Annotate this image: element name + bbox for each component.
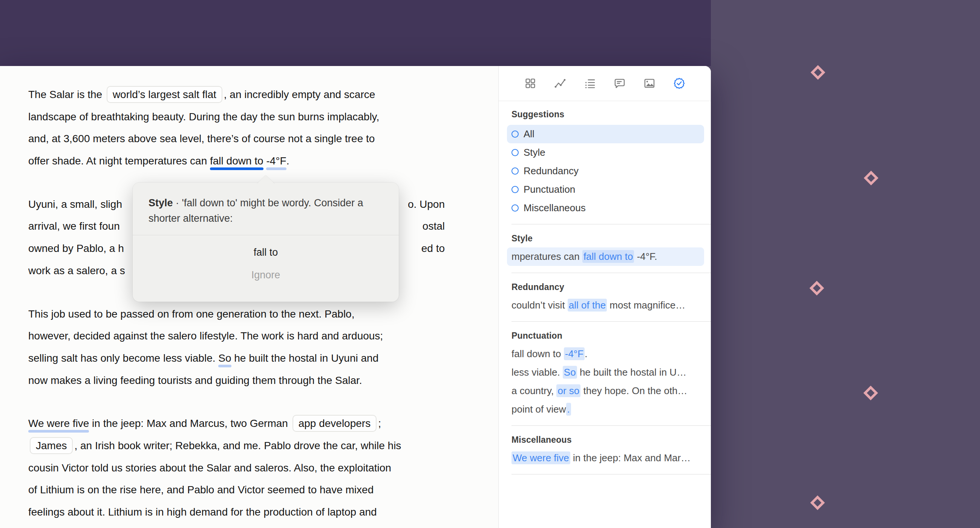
- section-miscellaneous: MiscellaneousWe were five in the jeep: M…: [511, 435, 700, 467]
- strong-suggestion-underline: fall down to: [210, 155, 264, 167]
- text-run: of Lithium is on the rise here, and Pabl…: [28, 484, 374, 496]
- paragraph: We were five in the jeep: Max and Marcus…: [28, 413, 445, 528]
- text-run: in the jeep: Max and Marcus, two German: [89, 418, 291, 429]
- suggestion-filter-list: AllStyleRedundancyPunctuationMiscellaneo…: [511, 125, 700, 217]
- document-line: smartphone batteries: [28, 523, 445, 528]
- document-line: cousin Victor told us stories about the …: [28, 457, 445, 479]
- document-line: landscape of breathtaking beauty. During…: [28, 106, 445, 128]
- filter-label: Miscellaneous: [523, 202, 586, 214]
- suggestion-row[interactable]: point of view.: [511, 400, 700, 419]
- suggestion-row[interactable]: fall down to -4°F.: [511, 345, 700, 363]
- image-icon[interactable]: [643, 77, 656, 90]
- section-title: Redundancy: [511, 282, 700, 292]
- editor-pane[interactable]: The Salar is the world’s largest salt fl…: [0, 66, 498, 528]
- section-redundancy: Redundancycouldn’t visit all of the most…: [511, 282, 700, 314]
- paragraph: The Salar is the world’s largest salt fl…: [28, 84, 445, 172]
- suggestion-row[interactable]: less viable. So he built the hostal in U…: [511, 363, 700, 382]
- filter-label: All: [523, 128, 535, 140]
- filter-item-all[interactable]: All: [507, 125, 704, 143]
- text-run: now makes a living feeding tourists and …: [28, 375, 362, 386]
- grid-icon[interactable]: [524, 77, 537, 90]
- context-text: mperatures can: [511, 251, 582, 262]
- text-run: however, decided against the salero life…: [28, 330, 383, 342]
- context-text: -4°F.: [634, 251, 657, 262]
- filter-label: Style: [523, 147, 546, 158]
- category-ring-icon: [511, 204, 519, 212]
- filter-item-redundancy[interactable]: Redundancy: [507, 162, 704, 180]
- text-run: he built the hostal in Uyuni and: [231, 352, 379, 364]
- text-run: cousin Victor told us stories about the …: [28, 462, 391, 474]
- context-text: .: [585, 348, 587, 359]
- text-fragment-left: work as a salero, a s: [28, 260, 125, 282]
- context-text: less viable.: [511, 367, 563, 378]
- context-text: in the jeep: Max and Mar…: [570, 452, 690, 464]
- document-line: of Lithium is on the rise here, and Pabl…: [28, 479, 445, 501]
- text-fragment-right: o. Upon: [408, 193, 445, 216]
- trend-icon[interactable]: [554, 77, 566, 90]
- inline-token: world’s largest salt flat: [107, 86, 223, 103]
- light-suggestion-underline: -4°F: [266, 155, 286, 167]
- document-line: The Salar is the world’s largest salt fl…: [28, 84, 445, 106]
- suggestion-row[interactable]: a country, or so they hope. On the oth…: [511, 382, 700, 400]
- suggestions-title: Suggestions: [511, 109, 700, 120]
- context-text: he built the hostal in U…: [577, 367, 687, 378]
- light-suggestion-underline: We were five: [28, 418, 89, 429]
- document-line: feelings about it. Lithium is in high de…: [28, 501, 445, 523]
- diamond-icon: [862, 385, 879, 403]
- text-run: The Salar is the: [28, 89, 105, 100]
- filter-label: Punctuation: [523, 183, 575, 195]
- suggestion-row[interactable]: mperatures can fall down to -4°F.: [507, 247, 704, 266]
- document-text[interactable]: The Salar is the world’s largest salt fl…: [28, 84, 445, 528]
- suggestion-row[interactable]: We were five in the jeep: Max and Mar…: [511, 449, 700, 467]
- popover-category: Style: [148, 197, 173, 209]
- diamond-icon: [810, 64, 826, 82]
- document-line: This job used to be passed on from one g…: [28, 303, 445, 325]
- document-line: selling salt has only become less viable…: [28, 347, 445, 370]
- section-divider: [511, 426, 711, 426]
- document-line: offer shade. At night temperatures can f…: [28, 150, 445, 172]
- text-run: This job used to be passed on from one g…: [28, 308, 354, 320]
- inline-token: app developers: [293, 415, 377, 432]
- section-title: Style: [511, 233, 700, 244]
- document-line: We were five in the jeep: Max and Marcus…: [28, 413, 445, 435]
- flagged-text: So: [563, 366, 577, 379]
- suggestion-row[interactable]: couldn’t visit all of the most magnifice…: [511, 296, 700, 314]
- popover-separator: ·: [173, 197, 182, 209]
- section-title: Punctuation: [511, 331, 700, 341]
- context-text: they hope. On the oth…: [581, 385, 687, 396]
- diamond-icon: [808, 280, 825, 298]
- diamond-icon: [863, 170, 879, 188]
- list-icon[interactable]: [584, 77, 596, 90]
- category-ring-icon: [511, 186, 519, 193]
- diamond-icon: [809, 495, 826, 512]
- text-run: feelings about it. Lithium is in high de…: [28, 506, 377, 518]
- section-title: Miscellaneous: [511, 435, 700, 445]
- text-run: and, at 3,600 meters above sea level, th…: [28, 133, 375, 144]
- text-fragment-right: ed to: [422, 238, 445, 260]
- text-run: ;: [378, 418, 381, 429]
- sidebar-toolbar: [499, 66, 711, 101]
- ignore-button[interactable]: Ignore: [251, 269, 280, 281]
- inline-token: James: [30, 437, 73, 454]
- text-fragment-left: owned by Pablo, a h: [28, 238, 124, 260]
- text-fragment-left: Uyuni, a small, sligh: [28, 193, 122, 216]
- writing-app-window: The Salar is the world’s largest salt fl…: [0, 66, 711, 528]
- filter-item-punctuation[interactable]: Punctuation: [507, 180, 704, 199]
- context-text: couldn’t visit: [511, 300, 568, 311]
- flagged-text: fall down to: [582, 250, 634, 263]
- filter-item-miscellaneous[interactable]: Miscellaneous: [507, 199, 704, 217]
- comment-icon[interactable]: [613, 77, 626, 90]
- suggestion-replacement-button[interactable]: fall to: [254, 247, 278, 258]
- document-line: James, an Irish book writer; Rebekka, an…: [28, 435, 445, 457]
- check-badge-icon[interactable]: [673, 77, 686, 90]
- section-divider: [511, 224, 711, 224]
- category-ring-icon: [511, 149, 519, 156]
- text-run: offer shade. At night temperatures can: [28, 155, 210, 167]
- text-run: selling salt has only become less viable…: [28, 352, 218, 364]
- document-line: however, decided against the salero life…: [28, 325, 445, 347]
- desktop-top-band: [0, 0, 711, 66]
- flagged-text: .: [566, 403, 571, 416]
- text-run: , an Irish book writer; Rebekka, and me.…: [74, 440, 401, 451]
- filter-item-style[interactable]: Style: [507, 143, 704, 162]
- suggestion-sections: Stylemperatures can fall down to -4°F.Re…: [511, 224, 700, 474]
